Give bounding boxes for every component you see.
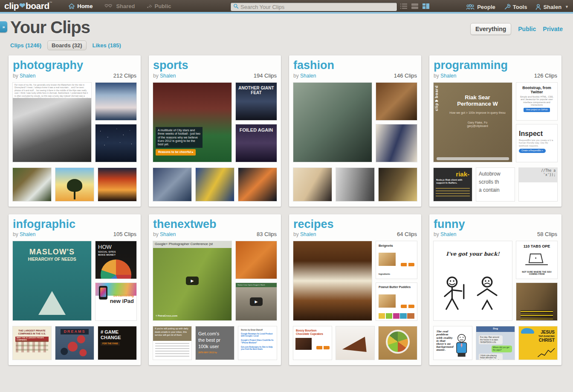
lone-tree-photo[interactable] — [55, 168, 94, 201]
row-view-icon[interactable] — [411, 3, 419, 11]
code-snippet-clip[interactable]: //The a 'x'}); — [519, 168, 557, 201]
tile-text: I've got your back! — [446, 251, 499, 257]
grid-view-icon[interactable] — [422, 3, 430, 11]
tile-text: Inspect — [519, 130, 555, 138]
fashion-portrait-photo[interactable] — [293, 83, 372, 162]
nav-home[interactable]: Home — [68, 0, 93, 12]
tile-text: Create a RequestBin + — [519, 149, 546, 153]
got-your-back-comic[interactable]: I've got your back! — [434, 241, 512, 320]
bootstrap-page-clip[interactable]: Bootstrap, fromTwitterSimple and flexibl… — [516, 83, 557, 120]
board-title[interactable]: recipes — [293, 218, 417, 231]
snowy-dusk-photo[interactable] — [96, 83, 136, 120]
stories-list-clip[interactable]: Stories by Drew OlanoffGoogle Revamps It… — [238, 326, 277, 360]
nav-shared[interactable]: Shared — [104, 0, 135, 12]
background-music-comic[interactable]: The real problem with reality is that th… — [434, 326, 472, 360]
tile-text: Google+ Photographer Conference (st — [153, 241, 232, 248]
boards-grid: photography by Shalen 212 Clips For most… — [0, 50, 573, 365]
board-clip-count: 126 Clips — [534, 72, 557, 79]
riak-slide-video[interactable]: clip❤boardRiak SearPerformance WHow we g… — [434, 83, 512, 162]
board-author-link[interactable]: Shalen — [440, 231, 456, 237]
tile-text: JESUS — [521, 330, 555, 335]
navy-dress-photo[interactable] — [376, 124, 417, 162]
riak-js-clip[interactable]: riak-Node.js Riak client with support fo… — [434, 168, 472, 201]
filter-public[interactable]: Public — [518, 26, 536, 32]
byline-prefix: by — [13, 231, 18, 237]
board-card-funny: funny by Shalen 58 Clips I've got your b… — [429, 214, 561, 366]
jesus-tapdancing-infographic[interactable]: JESUSTAP-DANCINGCHRIST — [519, 326, 557, 360]
nav-people[interactable]: People — [466, 0, 495, 14]
autobrowse-clip[interactable]: Autobrowscrolls tha contain — [476, 168, 515, 201]
filter-private[interactable]: Private — [543, 26, 563, 32]
byline-prefix: by — [293, 73, 299, 79]
fashion-bar-photo[interactable] — [376, 83, 417, 120]
list-view-icon[interactable] — [400, 3, 408, 11]
tile-text: RequestBin lets you create a U a human-f… — [519, 139, 555, 147]
board-title[interactable]: infographic — [13, 218, 136, 231]
daily-deals-article[interactable]: If you're still putting up with daily de… — [153, 326, 191, 360]
board-title[interactable]: funny — [434, 218, 557, 231]
board-author-link[interactable]: Shalen — [160, 231, 176, 237]
board-title[interactable]: photography — [13, 59, 136, 72]
another-giant-feat-clip[interactable]: ANOTHER GIANT FEAT — [236, 83, 277, 120]
board-author-link[interactable]: Shalen — [300, 231, 316, 237]
board-author-link[interactable]: Shalen — [20, 231, 35, 237]
maslow-infographic[interactable]: MASLOW'SHIERARCHY OF NEEDS — [13, 241, 91, 320]
clipboard-logo[interactable]: clip❤board™ — [4, 1, 52, 11]
batdog-sms-meme[interactable]: DogFun day. Ran around the house in a ca… — [476, 326, 515, 360]
social-sites-infographic[interactable]: HOWSOCIAL SITESMAKE MONEY — [96, 241, 136, 279]
matterhorn-photo[interactable]: For most of my life, I've generally only… — [13, 83, 91, 162]
peanut-butter-puddles-clip[interactable]: Peanut Butter Puddles — [376, 283, 417, 320]
chocolate-cake-photo[interactable] — [336, 326, 374, 360]
board-author-link[interactable]: Shalen — [20, 73, 35, 79]
filter-everything[interactable]: Everything — [470, 23, 511, 35]
board-author-link[interactable]: Shalen — [440, 73, 456, 79]
board-author-link[interactable]: Shalen — [300, 73, 316, 79]
basketball-photo[interactable] — [196, 168, 234, 201]
hallway-photo[interactable] — [336, 168, 374, 201]
waterfall-photo[interactable] — [13, 168, 51, 201]
chocolate-trifle-photo[interactable] — [293, 241, 372, 320]
dreams-infographic[interactable]: DREAMS — [55, 326, 94, 360]
board-byline: by Shalen — [13, 231, 35, 237]
cat-laptop-meme[interactable] — [516, 283, 557, 320]
nav-public[interactable]: Public — [146, 0, 171, 12]
110-tabs-meme[interactable]: 110 TABS OPENOT SURE WHERE THE SOU COMIN… — [516, 241, 557, 279]
byline-prefix: by — [434, 73, 439, 79]
search-input[interactable] — [240, 4, 397, 10]
sunset-lake-photo[interactable] — [98, 168, 136, 201]
dunk-photo[interactable] — [238, 168, 277, 201]
england-football-photo[interactable]: A multitude of City stars and three week… — [153, 83, 232, 162]
tile-text: Boozy Bourbon Chocolate Cupcakes — [296, 329, 329, 335]
foiled-again-clip[interactable]: FOILED AGAIN — [236, 124, 277, 162]
salad-bowl-photo[interactable] — [379, 326, 417, 360]
nav-tools[interactable]: Tools — [504, 0, 527, 14]
new-ipad-infographic[interactable]: Streamliningnew iPad — [96, 283, 136, 320]
black-glove-photo[interactable] — [293, 168, 332, 201]
tab-likes[interactable]: Likes (185) — [93, 42, 121, 49]
dragon-hatch-video[interactable]: Station Crew Opens Dragon's Hatch▶ — [236, 283, 277, 320]
google-plus-video[interactable]: Google+ Photographer Conference (st† Pet… — [153, 241, 232, 320]
tab-boards[interactable]: Boards (32) — [47, 40, 87, 50]
board-title[interactable]: programming — [434, 59, 557, 72]
yellow-dress-photo[interactable] — [379, 168, 417, 201]
board-author-link[interactable]: Shalen — [160, 73, 176, 79]
tab-clips[interactable]: Clips (1246) — [10, 42, 41, 49]
board-title[interactable]: sports — [153, 59, 277, 72]
requestbin-page-clip[interactable]: InspectRequestBin lets you create a U a … — [516, 124, 557, 162]
tile-text: CHANGE — [101, 335, 134, 340]
sidebar-expand-handle[interactable]: » — [0, 21, 7, 32]
orange-fabric-photo[interactable] — [236, 241, 277, 279]
getcom-quote-clip[interactable]: Get.com'sthe best pr100k user29TH MAY 20… — [196, 326, 234, 360]
private-companies-infographic[interactable]: THE LARGEST PRIVATE COMPANIES IN THE U.S… — [13, 326, 51, 360]
tile-text: Bootstrap, from — [522, 86, 551, 90]
beignets-recipe-clip[interactable]: BeignetsIngredients — [376, 241, 417, 279]
bourbon-cupcakes-clip[interactable]: Boozy Bourbon Chocolate Cupcakes — [293, 326, 332, 360]
board-title[interactable]: fashion — [293, 59, 417, 72]
star-trails-photo[interactable] — [96, 124, 136, 162]
board-title[interactable]: thenextweb — [153, 218, 277, 231]
nav-user-menu[interactable]: Shalen ▼ — [535, 0, 569, 14]
nfl-tackle-photo[interactable] — [153, 168, 191, 201]
tile-text: NOT SURE WHERE THE SOU COMING FROM — [519, 271, 555, 276]
tile-text: riak- — [436, 170, 469, 178]
game-change-infographic[interactable]: # GAMECHANGEFOR THE FANS — [98, 326, 136, 360]
